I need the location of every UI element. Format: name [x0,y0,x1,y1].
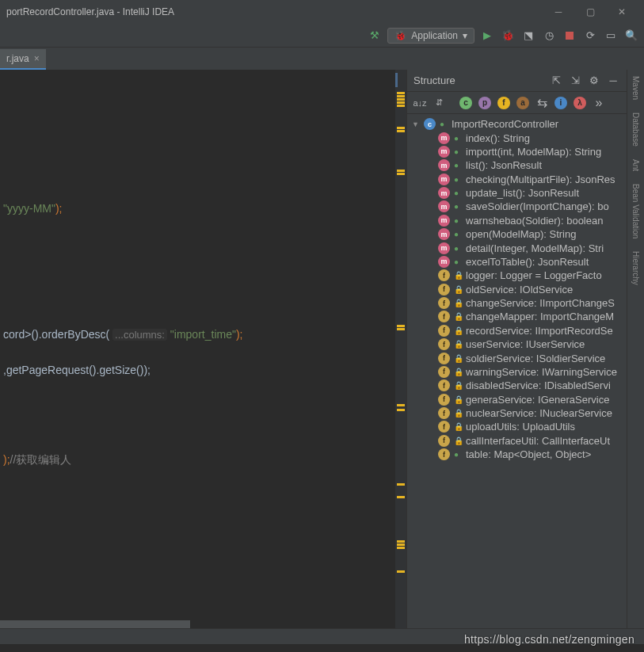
tree-item[interactable]: m●open(ModelMap): String [407,227,627,241]
close-button[interactable]: ✕ [606,0,638,24]
update-button[interactable]: ⟳ [582,28,598,44]
tree-item[interactable]: f🔒changeService: IImportChangeS [407,296,627,310]
item-label: list(): JsonResult [466,159,542,171]
editor-tab[interactable]: r.java × [0,49,46,70]
tree-item[interactable]: f🔒changeMapper: ImportChangeM [407,310,627,323]
public-icon: ● [454,216,462,225]
public-icon: ● [454,175,462,184]
horizontal-scrollbar[interactable] [0,620,190,628]
sort-visibility-icon[interactable]: ⇵ [431,95,447,111]
chevron-down-icon[interactable]: ▼ [412,120,420,128]
editor[interactable]: "yyyy-MM"); cord>().orderByDesc( ...colu… [0,70,406,628]
tree-item[interactable]: f🔒oldService: IOldService [407,283,627,296]
sort-alpha-icon[interactable]: a↓z [412,95,428,111]
minimize-button[interactable]: ─ [543,0,574,24]
lock-icon: 🔒 [454,354,462,363]
toolwin-hierarchy[interactable]: Hierarchy [630,245,642,292]
lock-icon: 🔒 [454,395,462,404]
tree-item[interactable]: m●excelToTable(): JsonResult [407,255,627,269]
run-config-label: Application [411,30,458,41]
hammer-icon[interactable]: ⚒ [367,28,383,44]
tree-item[interactable]: f🔒nuclearService: INuclearService [407,406,627,420]
toolwin-bean-validation[interactable]: Bean Validation [630,177,642,245]
marker-gutter[interactable] [395,70,406,628]
collapse-icon[interactable]: ⇲ [568,74,582,86]
filter-interface-icon[interactable]: i [553,95,569,111]
tree-item[interactable]: f🔒uploadUtils: UploadUtils [407,420,627,433]
tree-item[interactable]: m●saveSoldier(ImportChange): bo [407,200,627,213]
lock-icon: 🔒 [454,409,462,418]
method-icon: m [438,256,450,268]
tree-item[interactable]: f●table: Map<Object, Object> [407,448,627,461]
gear-icon[interactable]: ⚙ [587,74,601,86]
filter-inherited-icon[interactable]: ⇆ [534,95,550,111]
run-button[interactable]: ▶ [479,28,495,44]
toolwin-ant[interactable]: Ant [630,153,642,177]
tree-item[interactable]: f🔒soldierService: ISoldierService [407,351,627,364]
field-icon: f [438,284,450,295]
toolwin-maven[interactable]: Maven [630,70,642,106]
stop-button[interactable] [562,28,577,44]
tree-item[interactable]: m●detail(Integer, ModelMap): Stri [407,241,627,254]
public-icon: ● [454,202,462,211]
item-label: index(): String [466,132,530,144]
maximize-button[interactable]: ▢ [574,0,606,24]
lock-icon: 🔒 [454,368,462,376]
tree-item[interactable]: f🔒userService: IUserService [407,337,627,351]
filter-property-icon[interactable]: p [477,95,493,111]
item-label: saveSoldier(ImportChange): bo [466,200,609,212]
field-icon: f [438,297,450,309]
field-icon: f [438,394,450,406]
tree-item[interactable]: f🔒generaService: IGeneraService [407,393,627,406]
tree-item[interactable]: f🔒recordService: IImportRecordSe [407,324,627,337]
filter-class-icon[interactable]: c [458,95,474,111]
search-everywhere-icon[interactable]: 🔍 [623,28,639,44]
method-icon: m [438,173,450,185]
lock-icon: 🔒 [454,271,462,280]
window-title: portRecordController.java - IntelliJ IDE… [6,6,543,17]
coverage-button[interactable]: ⬔ [520,28,536,44]
tree-item[interactable]: m●update_list(): JsonResult [407,186,627,200]
structure-toolbar: a↓z ⇵ c p f a ⇆ i λ » [407,92,627,114]
tree-item[interactable]: m●list(): JsonResult [407,158,627,172]
hide-icon[interactable]: ─ [606,74,620,86]
tree-item[interactable]: f🔒disabledService: IDisabledServi [407,379,627,392]
tree-item[interactable]: f🔒logger: Logger = LoggerFacto [407,269,627,282]
run-config-selector[interactable]: 🐞 Application ▾ [387,28,474,44]
toolwin-database[interactable]: Database [630,106,642,153]
filter-anon-icon[interactable]: a [515,95,531,111]
more-icon[interactable]: » [591,95,607,111]
close-icon[interactable]: × [34,53,40,64]
tree-item[interactable]: m●checking(MultipartFile): JsonRes [407,173,627,186]
tree-item[interactable]: m●importt(int, ModelMap): String [407,145,627,158]
field-icon: f [438,269,450,281]
tree-item[interactable]: f🔒callInterfaceUtil: CallInterfaceUt [407,434,627,448]
item-label: logger: Logger = LoggerFacto [466,269,602,281]
field-icon: f [438,448,450,460]
tab-label: r.java [6,53,29,64]
tree-item[interactable]: m●warnshebao(Soldier): boolean [407,214,627,227]
item-label: soldierService: ISoldierService [466,353,605,364]
profile-button[interactable]: ◷ [541,28,557,44]
tree-item[interactable]: m●index(): String [407,131,627,144]
expand-icon[interactable]: ⇱ [549,74,563,86]
field-icon: f [438,366,450,378]
item-label: nuclearService: INuclearService [466,407,612,419]
code-content[interactable]: "yyyy-MM"); cord>().orderByDesc( ...colu… [0,70,395,628]
public-icon: ● [454,134,462,143]
item-label: recordService: IImportRecordSe [466,325,613,337]
bug-icon: 🐞 [394,30,406,41]
structure-tree[interactable]: ▼ c ● ImportRecordController m●index(): … [407,114,627,628]
class-icon: c [424,118,436,130]
lock-icon: 🔒 [454,312,462,321]
item-label: open(ModelMap): String [466,228,576,240]
item-label: table: Map<Object, Object> [466,448,591,460]
lock-icon: 🔒 [454,326,462,335]
filter-lambda-icon[interactable]: λ [572,95,588,111]
filter-field-icon[interactable]: f [496,95,512,111]
tree-root[interactable]: ▼ c ● ImportRecordController [407,117,627,131]
item-label: oldService: IOldService [466,284,573,295]
ide-layout-icon[interactable]: ▭ [603,28,619,44]
debug-button[interactable]: 🐞 [500,28,516,44]
tree-item[interactable]: f🔒warningService: IWarningService [407,365,627,379]
